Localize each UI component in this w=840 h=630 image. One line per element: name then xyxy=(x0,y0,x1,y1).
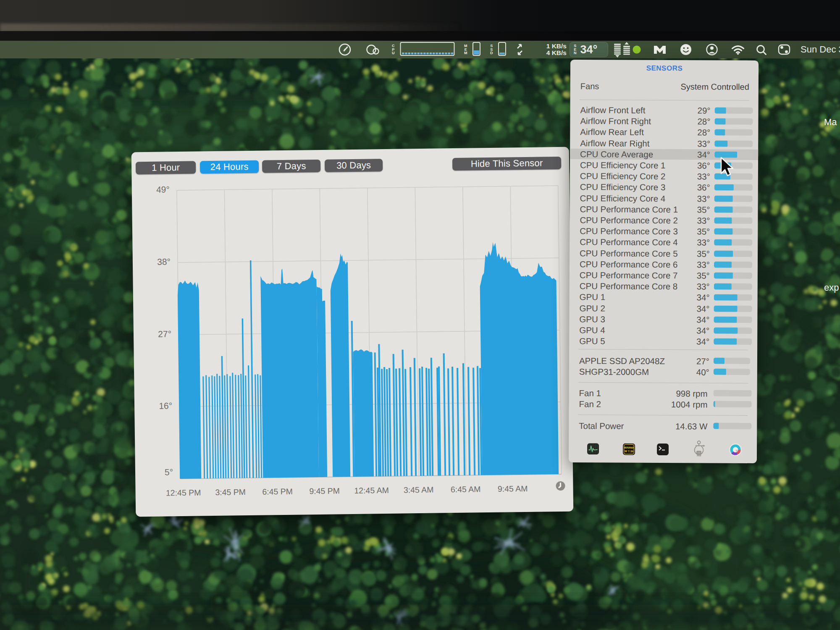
svg-text:W 7:36: W 7:36 xyxy=(625,450,633,453)
svg-text:WARNI!: WARNI! xyxy=(624,446,634,449)
